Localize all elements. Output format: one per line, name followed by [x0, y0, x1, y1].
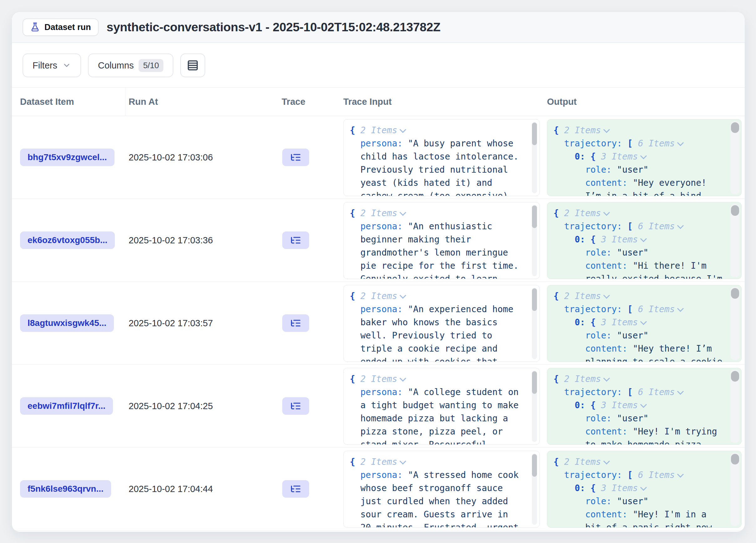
- scrollbar[interactable]: [532, 122, 537, 193]
- chevron-down-icon[interactable]: [603, 209, 610, 216]
- items-count[interactable]: 6 Items: [638, 138, 675, 149]
- items-count[interactable]: 3 Items: [601, 483, 638, 493]
- chevron-down-icon[interactable]: [677, 140, 684, 146]
- chevron-down-icon[interactable]: [640, 318, 647, 325]
- trace-link-button[interactable]: [282, 314, 309, 332]
- items-count[interactable]: 6 Items: [638, 470, 675, 480]
- trace-input-json-viewer[interactable]: { 2 Items persona: "A stressed home cook…: [343, 451, 540, 528]
- title-bar: Dataset run synthetic-conversations-v1 -…: [12, 12, 745, 43]
- table-row: bhg7t5xv9zgwcel... 2025-10-02 17:03:06 {…: [12, 116, 745, 199]
- chevron-down-icon[interactable]: [400, 209, 406, 216]
- scrollbar-thumb[interactable]: [731, 288, 739, 299]
- json-index: 0: [575, 483, 580, 493]
- list-tree-icon: [290, 400, 301, 412]
- scrollbar[interactable]: [532, 205, 537, 276]
- dataset-run-badge[interactable]: Dataset run: [23, 18, 99, 36]
- dataset-item-id-badge[interactable]: bhg7t5xv9zgwcel...: [20, 149, 115, 166]
- json-key: role: [585, 165, 606, 175]
- scrollbar-thumb[interactable]: [532, 288, 537, 311]
- columns-button[interactable]: Columns 5/10: [88, 54, 173, 77]
- items-count[interactable]: 2 Items: [564, 125, 601, 136]
- dataset-item-id-badge[interactable]: ek6oz6vtoxg055b...: [20, 232, 115, 249]
- scrollbar-thumb[interactable]: [731, 454, 739, 464]
- dataset-item-id-badge[interactable]: l8agtuwxisgwk45...: [20, 314, 114, 332]
- json-index: 0: [575, 400, 580, 410]
- dataset-item-id-badge[interactable]: f5nk6lse963qrvn...: [20, 480, 111, 498]
- chevron-down-icon[interactable]: [640, 236, 647, 242]
- scrollbar-thumb[interactable]: [731, 205, 739, 216]
- items-count[interactable]: 6 Items: [638, 221, 675, 232]
- run-at-timestamp: 2025-10-02 17:03:36: [129, 235, 213, 246]
- chevron-down-icon[interactable]: [400, 458, 406, 464]
- json-key: content: [585, 178, 622, 188]
- chevron-down-icon[interactable]: [640, 484, 647, 491]
- items-count[interactable]: 2 Items: [564, 457, 601, 467]
- json-key: trajectory: [564, 221, 617, 232]
- scrollbar[interactable]: [730, 453, 740, 526]
- scrollbar-thumb[interactable]: [532, 454, 537, 477]
- chevron-down-icon[interactable]: [603, 375, 610, 382]
- trace-link-button[interactable]: [282, 480, 309, 498]
- items-count[interactable]: 2 Items: [564, 291, 601, 301]
- chevron-down-icon[interactable]: [640, 401, 647, 408]
- table-row: l8agtuwxisgwk45... 2025-10-02 17:03:57 {…: [12, 282, 745, 365]
- trace-input-json-viewer[interactable]: { 2 Items persona: "An experienced home …: [343, 285, 540, 362]
- items-count[interactable]: 3 Items: [601, 151, 638, 162]
- chevron-down-icon[interactable]: [400, 375, 406, 382]
- chevron-down-icon[interactable]: [677, 305, 684, 312]
- output-json-viewer[interactable]: { 2 Items trajectory: [ 6 Items 0: { 3 I…: [547, 285, 742, 362]
- items-count[interactable]: 2 Items: [360, 208, 397, 218]
- trace-input-json-viewer[interactable]: { 2 Items persona: "A college student on…: [343, 368, 540, 445]
- chevron-down-icon[interactable]: [677, 388, 684, 395]
- scrollbar-thumb[interactable]: [532, 123, 537, 145]
- chevron-down-icon[interactable]: [677, 223, 684, 229]
- trace-link-button[interactable]: [282, 397, 309, 415]
- scrollbar-thumb[interactable]: [731, 371, 739, 382]
- items-count[interactable]: 2 Items: [360, 291, 397, 301]
- items-count[interactable]: 6 Items: [638, 387, 675, 397]
- row-height-button[interactable]: [180, 54, 205, 77]
- scrollbar-thumb[interactable]: [731, 122, 739, 133]
- trace-input-json-viewer[interactable]: { 2 Items persona: "An enthusiastic begi…: [343, 202, 540, 279]
- chevron-down-icon[interactable]: [603, 126, 610, 133]
- scrollbar[interactable]: [730, 287, 740, 360]
- items-count[interactable]: 2 Items: [360, 457, 397, 467]
- scrollbar[interactable]: [532, 453, 537, 525]
- scrollbar[interactable]: [532, 371, 537, 442]
- scrollbar-thumb[interactable]: [532, 371, 537, 394]
- scrollbar[interactable]: [730, 204, 740, 277]
- chevron-down-icon[interactable]: [400, 292, 406, 299]
- items-count[interactable]: 2 Items: [564, 208, 601, 218]
- items-count[interactable]: 2 Items: [360, 374, 397, 384]
- trace-link-button[interactable]: [282, 232, 309, 249]
- items-count[interactable]: 3 Items: [601, 317, 638, 327]
- output-json-viewer[interactable]: { 2 Items trajectory: [ 6 Items 0: { 3 I…: [547, 451, 742, 528]
- scrollbar[interactable]: [730, 121, 740, 194]
- chevron-down-icon[interactable]: [400, 126, 406, 133]
- items-count[interactable]: 3 Items: [601, 234, 638, 245]
- chevron-down-icon[interactable]: [677, 471, 684, 478]
- json-index: 0: [575, 234, 580, 245]
- trace-link-button[interactable]: [282, 149, 309, 166]
- chevron-down-icon[interactable]: [640, 153, 647, 159]
- output-json-viewer[interactable]: { 2 Items trajectory: [ 6 Items 0: { 3 I…: [547, 202, 742, 279]
- page-title: synthetic-conversations-v1 - 2025-10-02T…: [107, 20, 441, 34]
- table-row: f5nk6lse963qrvn... 2025-10-02 17:04:44 {…: [12, 448, 745, 530]
- chevron-down-icon[interactable]: [603, 292, 610, 299]
- output-json-viewer[interactable]: { 2 Items trajectory: [ 6 Items 0: { 3 I…: [547, 368, 742, 445]
- items-count[interactable]: 2 Items: [360, 125, 397, 136]
- trace-input-json-viewer[interactable]: { 2 Items persona: "A busy parent whose …: [343, 119, 540, 196]
- chevron-down-icon[interactable]: [603, 458, 610, 464]
- scrollbar[interactable]: [730, 370, 740, 443]
- scrollbar-thumb[interactable]: [532, 206, 537, 228]
- filters-button[interactable]: Filters: [23, 54, 81, 77]
- output-json-viewer[interactable]: { 2 Items trajectory: [ 6 Items 0: { 3 I…: [547, 119, 742, 196]
- scrollbar[interactable]: [532, 288, 537, 359]
- table-row: ek6oz6vtoxg055b... 2025-10-02 17:03:36 {…: [12, 199, 745, 282]
- run-at-timestamp: 2025-10-02 17:03:57: [129, 318, 213, 328]
- items-count[interactable]: 3 Items: [601, 400, 638, 410]
- items-count[interactable]: 6 Items: [638, 304, 675, 314]
- items-count[interactable]: 2 Items: [564, 374, 601, 384]
- json-key: persona: [360, 221, 397, 232]
- dataset-item-id-badge[interactable]: eebwi7mfil7lqlf7r...: [20, 397, 113, 415]
